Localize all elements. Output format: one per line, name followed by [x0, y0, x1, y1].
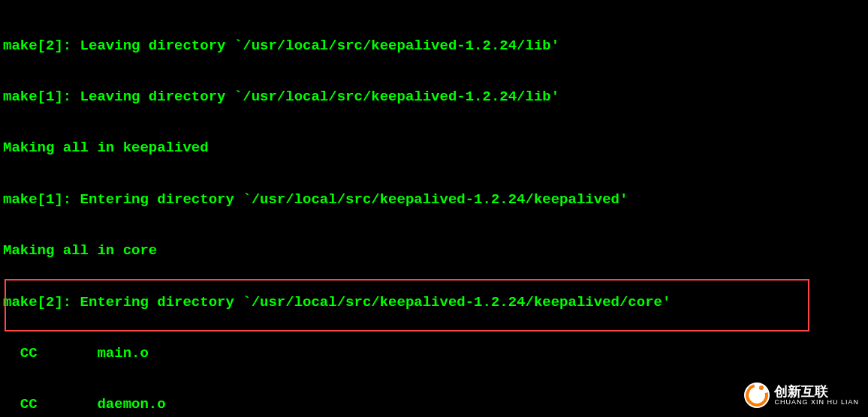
watermark: 创新互联 CHUANG XIN HU LIAN — [744, 382, 859, 408]
terminal-output[interactable]: make[2]: Leaving directory `/usr/local/s… — [3, 3, 865, 417]
output-line: CC daemon.o — [3, 396, 865, 413]
output-line: CC main.o — [3, 345, 865, 362]
watermark-subtitle: CHUANG XIN HU LIAN — [774, 398, 859, 406]
output-line: Making all in keepalived — [3, 140, 865, 157]
watermark-logo-icon — [744, 382, 770, 408]
output-line: make[1]: Entering directory `/usr/local/… — [3, 191, 865, 208]
output-line: make[1]: Leaving directory `/usr/local/s… — [3, 88, 865, 106]
output-line: make[2]: Leaving directory `/usr/local/s… — [3, 38, 865, 55]
output-line: make[2]: Entering directory `/usr/local/… — [3, 294, 865, 311]
output-line: Making all in core — [3, 242, 865, 260]
watermark-text: 创新互联 CHUANG XIN HU LIAN — [774, 384, 859, 406]
watermark-title: 创新互联 — [774, 384, 828, 400]
